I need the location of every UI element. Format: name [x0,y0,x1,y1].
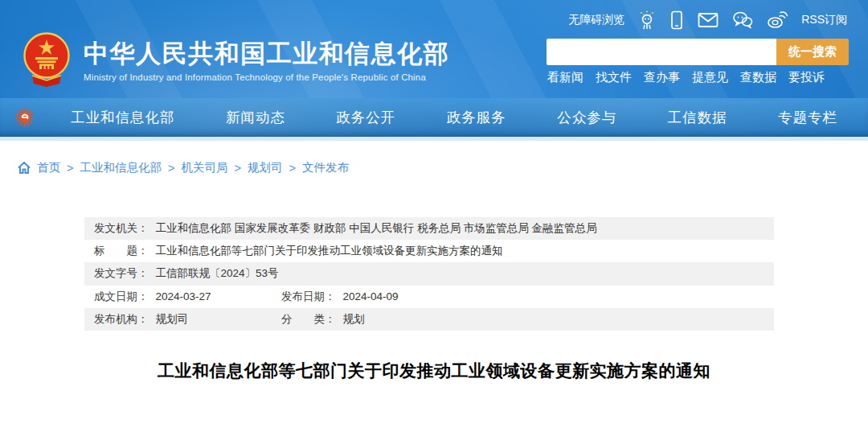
breadcrumb-departments[interactable]: 机关司局 [181,160,227,175]
meta-label: 发布日期： [281,290,336,304]
article-title: 工业和信息化部等七部门关于印发推动工业领域设备更新实施方案的通知 [0,360,868,382]
breadcrumb-miit[interactable]: 工业和信息化部 [80,160,162,175]
meta-value: 工业和信息化部 国家发展改革委 财政部 中国人民银行 税务总局 市场监管总局 金… [156,221,597,236]
meta-label: 发布机构： [94,312,149,327]
national-emblem-icon [21,31,72,92]
utility-bar: 无障碍浏览 [568,10,847,30]
search-input[interactable] [547,39,776,65]
meta-value: 工业和信息化部等七部门关于印发推动工业领域设备更新实施方案的通知 [156,244,503,258]
breadcrumb: 首页 > 工业和信息化部 > 机关司局 > 规划司 > 文件发布 [18,160,349,175]
meta-row-issuing-agency: 发文机关： 工业和信息化部 国家发展改革委 财政部 中国人民银行 税务总局 市场… [84,217,774,240]
site-subtitle: Ministry of Industry and Information Tec… [84,72,449,82]
nav-item-news[interactable]: 新闻动态 [226,108,285,127]
quick-link-data[interactable]: 查数据 [740,70,776,85]
meta-value: 2024-04-09 [343,290,399,302]
meta-value: 工信部联规〔2024〕53号 [156,266,279,281]
search-button[interactable]: 统一搜索 [776,39,849,65]
meta-value: 规划 [343,312,365,327]
meta-row-publisher-category: 发布机构： 规划司 分 类： 规划 [84,308,774,331]
breadcrumb-planning-dept[interactable]: 规划司 [248,160,283,175]
meta-label: 发文字号： [94,266,149,281]
meta-label: 分 类： [281,312,336,327]
main-nav: 工业和信息化部 新闻动态 政务公开 政务服务 公众参与 工信数据 专题专栏 [0,98,868,137]
quick-link-complaint[interactable]: 要投诉 [788,70,825,85]
wechat-icon[interactable] [732,11,753,29]
search-box: 统一搜索 [547,39,849,65]
quick-link-news[interactable]: 看新闻 [547,70,583,85]
brand-text: 中华人民共和国工业和信息化部 Ministry of Industry and … [84,40,449,81]
meta-label: 发文机关： [94,221,149,236]
nav-items: 工业和信息化部 新闻动态 政务公开 政务服务 公众参与 工信数据 专题专栏 [71,98,837,137]
mobile-icon[interactable] [669,10,684,30]
mail-icon[interactable] [698,12,719,28]
robot-mascot-icon[interactable] [638,10,656,30]
meta-value: 规划司 [156,312,189,327]
miit-page: 无障碍浏览 [0,0,868,432]
rss-link[interactable]: RSS订阅 [801,13,847,27]
breadcrumb-separator: > [67,162,73,175]
meta-value: 2024-03-27 [156,290,211,302]
accessibility-link[interactable]: 无障碍浏览 [568,13,624,27]
site-header: 无障碍浏览 [0,0,868,98]
meta-row-document-number: 发文字号： 工信部联规〔2024〕53号 [84,262,774,285]
document-meta-table: 发文机关： 工业和信息化部 国家发展改革委 财政部 中国人民银行 税务总局 市场… [84,217,774,331]
meta-row-dates: 成文日期： 2024-03-27 发布日期： 2024-04-09 [84,286,774,308]
nav-item-data[interactable]: 工信数据 [668,108,727,127]
breadcrumb-document-release[interactable]: 文件发布 [302,160,349,175]
quick-link-services[interactable]: 查办事 [644,70,680,85]
breadcrumb-home[interactable]: 首页 [37,160,60,175]
nav-item-gov-services[interactable]: 政务服务 [447,108,506,127]
miit-e-logo-icon[interactable] [14,105,38,130]
site-title: 中华人民共和国工业和信息化部 [84,40,449,68]
nav-item-gov-disclosure[interactable]: 政务公开 [336,108,395,127]
home-icon[interactable] [18,162,31,174]
quick-link-files[interactable]: 找文件 [596,70,632,85]
nav-item-public-participation[interactable]: 公众参与 [557,108,616,127]
site-brand: 中华人民共和国工业和信息化部 Ministry of Industry and … [21,31,449,92]
nav-item-special-topics[interactable]: 专题专栏 [778,108,837,127]
breadcrumb-separator: > [168,162,174,175]
meta-label: 标 题： [94,244,149,258]
header-divider [0,137,868,141]
weibo-icon[interactable] [767,11,788,29]
quick-link-feedback[interactable]: 提意见 [692,70,728,85]
breadcrumb-separator: > [289,162,295,175]
quick-links: 看新闻 找文件 查办事 提意见 查数据 要投诉 [547,70,825,85]
nav-item-miit[interactable]: 工业和信息化部 [71,108,175,127]
meta-label: 成文日期： [94,290,149,304]
breadcrumb-separator: > [234,162,240,175]
meta-row-title: 标 题： 工业和信息化部等七部门关于印发推动工业领域设备更新实施方案的通知 [84,240,774,262]
